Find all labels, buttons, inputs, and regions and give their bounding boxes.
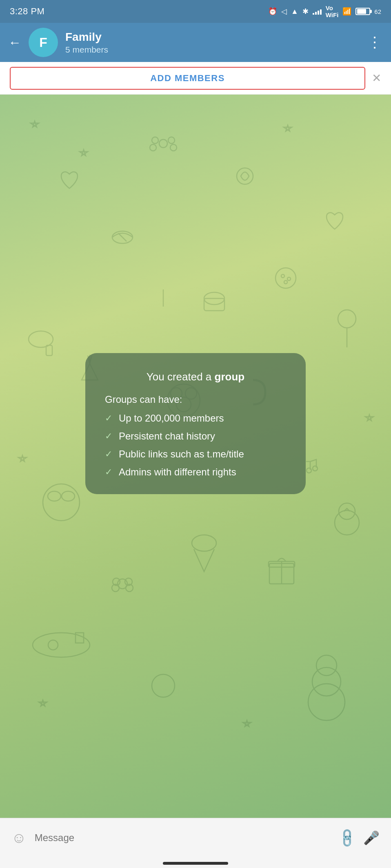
back-button[interactable]: ←	[8, 36, 21, 49]
svg-point-2	[168, 137, 175, 144]
svg-point-15	[338, 310, 356, 328]
svg-point-24	[307, 468, 311, 473]
svg-point-40	[316, 655, 337, 676]
info-title-bold: group	[215, 371, 245, 383]
add-members-bar: ADD MEMBERS ✕	[0, 62, 391, 95]
header-info: Family 5 members	[65, 30, 360, 55]
svg-point-4	[170, 144, 177, 151]
svg-point-0	[159, 139, 167, 148]
chat-title: Family	[65, 30, 360, 44]
list-item-text: Admins with different rights	[119, 466, 236, 478]
svg-point-28	[339, 503, 355, 519]
svg-point-23	[62, 491, 75, 501]
check-icon: ✓	[105, 413, 112, 424]
vo-wifi-label: VoWiFi	[326, 4, 339, 18]
bottom-bar: ☺ 🔗 🎤	[0, 818, 391, 857]
navigation-icon: ◁	[281, 7, 287, 16]
more-options-button[interactable]: ⋮	[367, 35, 383, 50]
chat-area: You created a group Groups can have: ✓ U…	[0, 95, 391, 818]
status-time: 3:28 PM	[10, 6, 44, 17]
wifi-icon: 📶	[342, 7, 351, 16]
battery-indicator	[355, 8, 370, 15]
svg-point-14	[284, 280, 287, 284]
info-card-title: You created a group	[105, 369, 286, 384]
signal-icon	[313, 8, 322, 15]
svg-point-22	[48, 491, 61, 501]
info-card-subtitle: Groups can have:	[105, 394, 286, 405]
list-item: ✓ Up to 200,000 members	[105, 413, 286, 424]
list-item-text: Persistent chat history	[119, 431, 215, 442]
svg-point-3	[150, 144, 156, 151]
list-item-text: Up to 200,000 members	[119, 413, 224, 424]
list-item: ✓ Public links such as t.me/title	[105, 448, 286, 460]
check-icon: ✓	[105, 449, 112, 459]
mic-button[interactable]: 🎤	[363, 830, 380, 846]
battery-percent: 62	[374, 8, 381, 15]
svg-point-5	[237, 168, 253, 184]
svg-point-41	[312, 667, 341, 696]
list-item: ✓ Persistent chat history	[105, 431, 286, 442]
svg-point-11	[275, 268, 296, 288]
svg-point-1	[152, 137, 158, 144]
svg-point-43	[152, 674, 175, 697]
list-item-text: Public links such as t.me/title	[119, 448, 244, 460]
check-icon: ✓	[105, 431, 112, 442]
svg-point-39	[48, 640, 58, 650]
info-title-prefix: You created a	[147, 371, 215, 383]
info-card: You created a group Groups can have: ✓ U…	[85, 353, 306, 494]
message-input[interactable]	[35, 832, 331, 844]
avatar[interactable]: F	[29, 28, 58, 57]
check-icon: ✓	[105, 467, 112, 477]
avatar-letter: F	[39, 35, 47, 50]
svg-point-27	[335, 510, 359, 535]
attach-button[interactable]: 🔗	[335, 826, 358, 849]
alert-icon: ▲	[291, 7, 298, 16]
svg-point-37	[33, 633, 90, 657]
svg-point-26	[192, 535, 216, 551]
emoji-button[interactable]: ☺	[11, 829, 27, 846]
svg-point-25	[313, 466, 318, 471]
bluetooth-icon: ✱	[302, 7, 309, 16]
info-card-list: ✓ Up to 200,000 members ✓ Persistent cha…	[105, 413, 286, 478]
list-item: ✓ Admins with different rights	[105, 466, 286, 478]
status-icons: ⏰ ◁ ▲ ✱ VoWiFi 📶 62	[268, 4, 381, 18]
status-bar: 3:28 PM ⏰ ◁ ▲ ✱ VoWiFi 📶 62	[0, 0, 391, 23]
svg-rect-10	[46, 345, 52, 356]
alarm-icon: ⏰	[268, 7, 277, 16]
home-bar	[163, 862, 228, 865]
add-members-button[interactable]: ADD MEMBERS	[10, 67, 365, 90]
member-count: 5 members	[65, 45, 360, 55]
svg-point-21	[43, 484, 80, 521]
close-button[interactable]: ✕	[372, 73, 381, 84]
home-indicator	[0, 857, 391, 868]
svg-point-12	[281, 274, 284, 278]
svg-point-42	[308, 684, 345, 720]
chat-header: ← F Family 5 members ⋮	[0, 23, 391, 62]
svg-point-13	[287, 277, 291, 280]
